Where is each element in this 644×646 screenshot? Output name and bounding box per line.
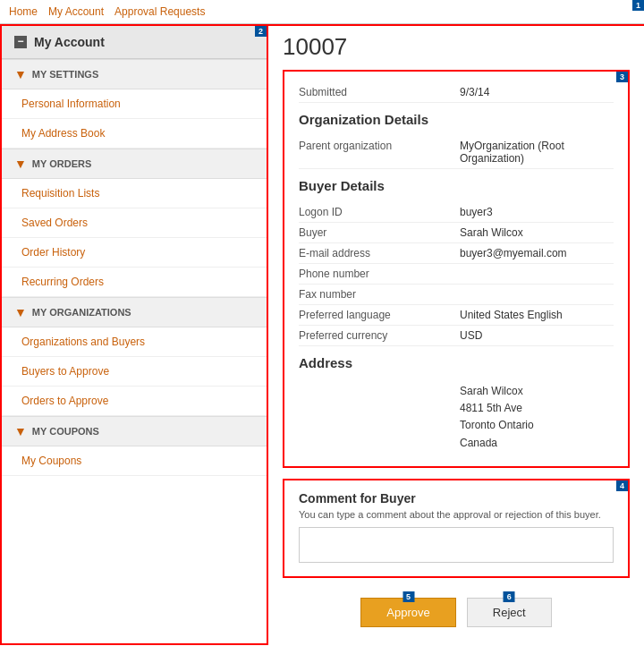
phone-label: Phone number: [299, 268, 460, 280]
sidebar-recurring-orders[interactable]: Recurring Orders: [2, 268, 267, 297]
main-layout: 2 − My Account ▼ MY SETTINGS Personal In…: [0, 24, 644, 645]
buyer-row: Buyer Sarah Wilcox: [299, 223, 614, 243]
sidebar-personal-info[interactable]: Personal Information: [2, 89, 267, 119]
address-row: Sarah Wilcox4811 5th AveToronto OntarioC…: [299, 379, 614, 455]
phone-row: Phone number: [299, 264, 614, 285]
currency-row: Preferred currency USD: [299, 326, 614, 346]
submitted-label: Submitted: [299, 86, 460, 98]
fax-label: Fax number: [299, 288, 460, 301]
section-my-settings[interactable]: ▼ MY SETTINGS: [2, 59, 267, 89]
comment-box: 4 Comment for Buyer You can type a comme…: [283, 479, 630, 578]
sidebar-orders-approve[interactable]: Orders to Approve: [2, 387, 267, 416]
parent-org-value: MyOrganization (Root Organization): [460, 140, 614, 165]
submitted-row: Submitted 9/3/14: [299, 82, 614, 103]
buyer-section-heading: Buyer Details: [299, 178, 614, 197]
comment-textarea[interactable]: [299, 527, 614, 563]
badge-3: 3: [616, 72, 628, 82]
logon-id-label: Logon ID: [299, 206, 460, 218]
badge-6: 6: [504, 591, 515, 602]
language-label: Preferred language: [299, 309, 460, 321]
section-label-my-coupons: MY COUPONS: [32, 426, 99, 437]
email-row: E-mail address buyer3@myemail.com: [299, 243, 614, 264]
section-my-coupons[interactable]: ▼ MY COUPONS: [2, 416, 267, 446]
sidebar-order-history[interactable]: Order History: [2, 238, 267, 268]
badge-4: 4: [616, 480, 628, 491]
submitted-value: 9/3/14: [460, 86, 489, 98]
detail-box: 3 Submitted 9/3/14 Organization Details …: [283, 70, 630, 468]
sidebar: 2 − My Account ▼ MY SETTINGS Personal In…: [0, 24, 268, 645]
currency-value: USD: [460, 329, 482, 342]
sidebar-saved-orders[interactable]: Saved Orders: [2, 208, 267, 238]
sidebar-req-lists[interactable]: Requisition Lists: [2, 179, 267, 208]
section-label-my-settings: MY SETTINGS: [32, 69, 98, 80]
collapse-icon[interactable]: −: [14, 36, 27, 48]
currency-label: Preferred currency: [299, 329, 460, 342]
badge-1: 1: [632, 0, 644, 11]
sidebar-orgs-buyers[interactable]: Organizations and Buyers: [2, 327, 267, 357]
section-my-organizations[interactable]: ▼ MY ORGANIZATIONS: [2, 297, 267, 327]
email-value: buyer3@myemail.com: [460, 247, 567, 259]
fax-row: Fax number: [299, 285, 614, 305]
sidebar-my-coupons[interactable]: My Coupons: [2, 446, 267, 476]
buyer-value: Sarah Wilcox: [460, 226, 523, 239]
sidebar-address-book[interactable]: My Address Book: [2, 119, 267, 149]
address-value: Sarah Wilcox4811 5th AveToronto OntarioC…: [460, 383, 534, 452]
address-section-heading: Address: [299, 355, 614, 374]
comment-title: Comment for Buyer: [299, 491, 614, 506]
parent-org-label: Parent organization: [299, 140, 460, 152]
comment-desc: You can type a comment about the approva…: [299, 509, 614, 520]
chevron-my-coupons: ▼: [14, 424, 27, 438]
nav-home[interactable]: Home: [9, 5, 38, 18]
chevron-my-organizations: ▼: [14, 305, 27, 319]
page-title: 10007: [283, 33, 630, 61]
nav-my-account[interactable]: My Account: [48, 5, 104, 18]
chevron-my-orders: ▼: [14, 157, 27, 171]
section-label-my-organizations: MY ORGANIZATIONS: [32, 307, 131, 318]
org-section-heading: Organization Details: [299, 112, 614, 131]
logon-id-value: buyer3: [460, 206, 493, 218]
approve-button[interactable]: 5 Approve: [360, 598, 455, 627]
parent-org-row: Parent organization MyOrganization (Root…: [299, 136, 614, 169]
section-label-my-orders: MY ORDERS: [32, 158, 91, 169]
sidebar-header: − My Account: [2, 26, 267, 59]
top-nav: Home My Account Approval Requests 1: [0, 0, 644, 24]
section-my-orders[interactable]: ▼ MY ORDERS: [2, 149, 267, 179]
reject-button[interactable]: 6 Reject: [467, 598, 552, 627]
button-row: 5 Approve 6 Reject: [283, 589, 630, 636]
right-content: 10007 3 Submitted 9/3/14 Organization De…: [268, 24, 644, 645]
nav-approval-requests[interactable]: Approval Requests: [114, 5, 205, 18]
sidebar-buyers-approve[interactable]: Buyers to Approve: [2, 357, 267, 387]
language-value: United States English: [460, 309, 563, 321]
sidebar-title: My Account: [34, 35, 105, 49]
chevron-my-settings: ▼: [14, 67, 27, 81]
badge-5: 5: [402, 591, 414, 602]
logon-id-row: Logon ID buyer3: [299, 202, 614, 223]
badge-2: 2: [255, 26, 267, 37]
email-label: E-mail address: [299, 247, 460, 259]
buyer-label: Buyer: [299, 226, 460, 239]
language-row: Preferred language United States English: [299, 305, 614, 326]
